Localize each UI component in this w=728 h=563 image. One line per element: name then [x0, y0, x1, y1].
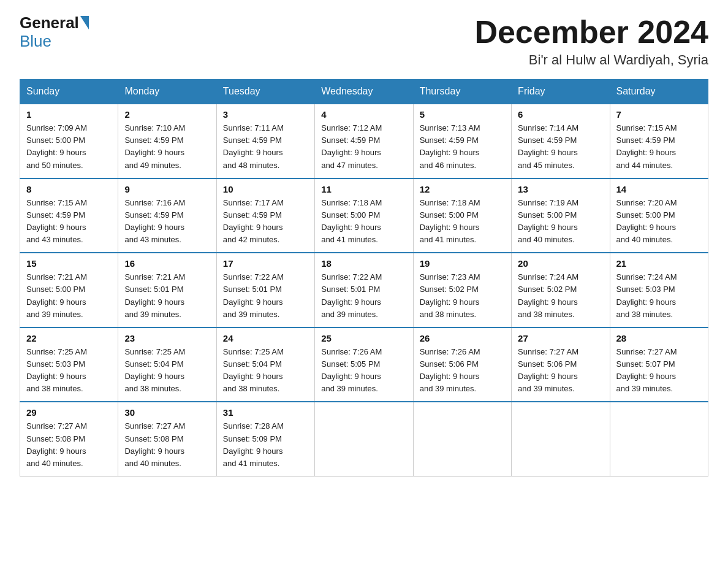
day-number: 9: [124, 184, 210, 194]
day-info: Sunrise: 7:22 AM Sunset: 5:01 PM Dayligh…: [223, 271, 308, 321]
day-number: 3: [223, 109, 308, 120]
calendar-week-1: 1 Sunrise: 7:09 AM Sunset: 5:00 PM Dayli…: [20, 104, 708, 178]
day-number: 25: [321, 333, 406, 343]
day-info: Sunrise: 7:25 AM Sunset: 5:04 PM Dayligh…: [223, 346, 308, 396]
day-number: 28: [616, 333, 702, 343]
calendar-cell: 30 Sunrise: 7:27 AM Sunset: 5:08 PM Dayl…: [118, 402, 216, 476]
day-number: 21: [616, 258, 702, 269]
logo-blue: Blue: [20, 32, 51, 51]
day-number: 22: [26, 333, 112, 343]
calendar-cell: 8 Sunrise: 7:15 AM Sunset: 4:59 PM Dayli…: [20, 178, 118, 253]
day-number: 17: [223, 258, 308, 269]
header-wednesday: Wednesday: [315, 80, 413, 104]
calendar-cell: 29 Sunrise: 7:27 AM Sunset: 5:08 PM Dayl…: [20, 402, 118, 476]
day-info: Sunrise: 7:27 AM Sunset: 5:07 PM Dayligh…: [616, 346, 702, 396]
calendar-cell: 16 Sunrise: 7:21 AM Sunset: 5:01 PM Dayl…: [118, 253, 216, 327]
day-info: Sunrise: 7:26 AM Sunset: 5:05 PM Dayligh…: [321, 346, 406, 396]
day-number: 13: [518, 184, 603, 194]
day-number: 6: [518, 109, 603, 120]
location-title: Bi'r al Hulw al Wardiyah, Syria: [474, 52, 708, 68]
calendar-cell: 22 Sunrise: 7:25 AM Sunset: 5:03 PM Dayl…: [20, 327, 118, 402]
logo-general: General: [20, 15, 79, 31]
day-info: Sunrise: 7:15 AM Sunset: 4:59 PM Dayligh…: [616, 122, 702, 172]
page-header: General Blue December 2024 Bi'r al Hulw …: [20, 15, 708, 68]
calendar-table: SundayMondayTuesdayWednesdayThursdayFrid…: [20, 79, 708, 477]
calendar-cell: 25 Sunrise: 7:26 AM Sunset: 5:05 PM Dayl…: [315, 327, 413, 402]
day-number: 29: [26, 407, 112, 418]
calendar-cell: 9 Sunrise: 7:16 AM Sunset: 4:59 PM Dayli…: [118, 178, 216, 253]
header-thursday: Thursday: [413, 80, 511, 104]
day-info: Sunrise: 7:17 AM Sunset: 4:59 PM Dayligh…: [223, 197, 308, 247]
day-number: 24: [223, 333, 308, 343]
day-number: 20: [518, 258, 603, 269]
calendar-cell: 23 Sunrise: 7:25 AM Sunset: 5:04 PM Dayl…: [118, 327, 216, 402]
day-info: Sunrise: 7:24 AM Sunset: 5:02 PM Dayligh…: [518, 271, 603, 321]
day-info: Sunrise: 7:23 AM Sunset: 5:02 PM Dayligh…: [420, 271, 505, 321]
day-info: Sunrise: 7:21 AM Sunset: 5:01 PM Dayligh…: [124, 271, 210, 321]
calendar-cell: 5 Sunrise: 7:13 AM Sunset: 4:59 PM Dayli…: [413, 104, 511, 178]
calendar-cell: [413, 402, 511, 476]
header-tuesday: Tuesday: [216, 80, 314, 104]
calendar-week-4: 22 Sunrise: 7:25 AM Sunset: 5:03 PM Dayl…: [20, 327, 708, 402]
calendar-cell: 6 Sunrise: 7:14 AM Sunset: 4:59 PM Dayli…: [512, 104, 610, 178]
calendar-cell: 1 Sunrise: 7:09 AM Sunset: 5:00 PM Dayli…: [20, 104, 118, 178]
day-number: 4: [321, 109, 406, 120]
day-info: Sunrise: 7:27 AM Sunset: 5:06 PM Dayligh…: [518, 346, 603, 396]
calendar-cell: 24 Sunrise: 7:25 AM Sunset: 5:04 PM Dayl…: [216, 327, 314, 402]
calendar-cell: 2 Sunrise: 7:10 AM Sunset: 4:59 PM Dayli…: [118, 104, 216, 178]
day-info: Sunrise: 7:15 AM Sunset: 4:59 PM Dayligh…: [26, 197, 112, 247]
calendar-cell: 20 Sunrise: 7:24 AM Sunset: 5:02 PM Dayl…: [512, 253, 610, 327]
day-info: Sunrise: 7:18 AM Sunset: 5:00 PM Dayligh…: [321, 197, 406, 247]
day-number: 10: [223, 184, 308, 194]
calendar-week-5: 29 Sunrise: 7:27 AM Sunset: 5:08 PM Dayl…: [20, 402, 708, 476]
day-info: Sunrise: 7:11 AM Sunset: 4:59 PM Dayligh…: [223, 122, 308, 172]
calendar-cell: 17 Sunrise: 7:22 AM Sunset: 5:01 PM Dayl…: [216, 253, 314, 327]
calendar-cell: 7 Sunrise: 7:15 AM Sunset: 4:59 PM Dayli…: [610, 104, 708, 178]
day-info: Sunrise: 7:25 AM Sunset: 5:03 PM Dayligh…: [26, 346, 112, 396]
day-info: Sunrise: 7:25 AM Sunset: 5:04 PM Dayligh…: [124, 346, 210, 396]
calendar-cell: [610, 402, 708, 476]
calendar-cell: 3 Sunrise: 7:11 AM Sunset: 4:59 PM Dayli…: [216, 104, 314, 178]
calendar-cell: 12 Sunrise: 7:18 AM Sunset: 5:00 PM Dayl…: [413, 178, 511, 253]
calendar-cell: 18 Sunrise: 7:22 AM Sunset: 5:01 PM Dayl…: [315, 253, 413, 327]
day-info: Sunrise: 7:26 AM Sunset: 5:06 PM Dayligh…: [420, 346, 505, 396]
month-title: December 2024: [474, 15, 708, 50]
calendar-cell: 13 Sunrise: 7:19 AM Sunset: 5:00 PM Dayl…: [512, 178, 610, 253]
day-number: 23: [124, 333, 210, 343]
day-info: Sunrise: 7:22 AM Sunset: 5:01 PM Dayligh…: [321, 271, 406, 321]
day-info: Sunrise: 7:16 AM Sunset: 4:59 PM Dayligh…: [124, 197, 210, 247]
day-number: 11: [321, 184, 406, 194]
day-number: 19: [420, 258, 505, 269]
calendar-cell: 19 Sunrise: 7:23 AM Sunset: 5:02 PM Dayl…: [413, 253, 511, 327]
header-sunday: Sunday: [20, 80, 118, 104]
day-info: Sunrise: 7:18 AM Sunset: 5:00 PM Dayligh…: [420, 197, 505, 247]
logo: General Blue: [20, 15, 90, 51]
day-number: 27: [518, 333, 603, 343]
calendar-cell: 15 Sunrise: 7:21 AM Sunset: 5:00 PM Dayl…: [20, 253, 118, 327]
day-info: Sunrise: 7:09 AM Sunset: 5:00 PM Dayligh…: [26, 122, 112, 172]
calendar-cell: 26 Sunrise: 7:26 AM Sunset: 5:06 PM Dayl…: [413, 327, 511, 402]
calendar-cell: [315, 402, 413, 476]
calendar-week-2: 8 Sunrise: 7:15 AM Sunset: 4:59 PM Dayli…: [20, 178, 708, 253]
day-info: Sunrise: 7:12 AM Sunset: 4:59 PM Dayligh…: [321, 122, 406, 172]
day-info: Sunrise: 7:27 AM Sunset: 5:08 PM Dayligh…: [124, 420, 210, 470]
calendar-cell: 11 Sunrise: 7:18 AM Sunset: 5:00 PM Dayl…: [315, 178, 413, 253]
day-info: Sunrise: 7:14 AM Sunset: 4:59 PM Dayligh…: [518, 122, 603, 172]
day-number: 16: [124, 258, 210, 269]
day-number: 12: [420, 184, 505, 194]
header-friday: Friday: [512, 80, 610, 104]
day-number: 30: [124, 407, 210, 418]
title-area: December 2024 Bi'r al Hulw al Wardiyah, …: [474, 15, 708, 68]
day-number: 14: [616, 184, 702, 194]
calendar-cell: 10 Sunrise: 7:17 AM Sunset: 4:59 PM Dayl…: [216, 178, 314, 253]
header-monday: Monday: [118, 80, 216, 104]
calendar-cell: 31 Sunrise: 7:28 AM Sunset: 5:09 PM Dayl…: [216, 402, 314, 476]
day-info: Sunrise: 7:21 AM Sunset: 5:00 PM Dayligh…: [26, 271, 112, 321]
day-number: 15: [26, 258, 112, 269]
calendar-cell: 27 Sunrise: 7:27 AM Sunset: 5:06 PM Dayl…: [512, 327, 610, 402]
day-number: 18: [321, 258, 406, 269]
logo-arrow-icon: [80, 16, 89, 29]
calendar-week-3: 15 Sunrise: 7:21 AM Sunset: 5:00 PM Dayl…: [20, 253, 708, 327]
day-info: Sunrise: 7:24 AM Sunset: 5:03 PM Dayligh…: [616, 271, 702, 321]
day-number: 1: [26, 109, 112, 120]
